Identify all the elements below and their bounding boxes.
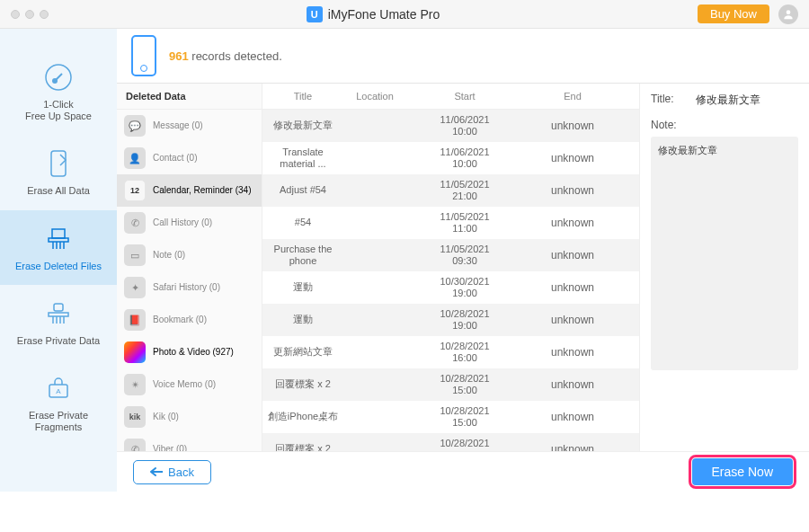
phone-erase-icon bbox=[42, 147, 75, 180]
sidebar-item-label: Erase All Data bbox=[27, 185, 90, 197]
cell-title: 回覆標案 x 2 bbox=[262, 439, 343, 451]
dt-photo-video[interactable]: Photo & Video (927) bbox=[117, 336, 262, 368]
bookmark-icon: 📕 bbox=[124, 309, 146, 331]
cell-start: 10/28/202115:00 bbox=[406, 373, 523, 396]
kik-icon: kik bbox=[124, 406, 146, 428]
erase-now-button[interactable]: Erase Now bbox=[692, 458, 793, 485]
sidebar-item-erase-private[interactable]: Erase Private Data bbox=[0, 285, 117, 359]
app-fragments-icon: A bbox=[42, 372, 75, 404]
col-title[interactable]: Title bbox=[262, 91, 343, 102]
table-row[interactable]: #5411/05/202111:00unknown bbox=[262, 207, 639, 239]
col-location[interactable]: Location bbox=[343, 91, 406, 102]
detail-panel: Title: 修改最新文章 Note: 修改最新文章 bbox=[640, 84, 809, 451]
detail-title-value: 修改最新文章 bbox=[696, 93, 760, 108]
cell-title: 更新網站文章 bbox=[262, 342, 343, 361]
cell-end: unknown bbox=[523, 120, 622, 132]
svg-text:A: A bbox=[56, 387, 61, 395]
sidebar: 1-Click Free Up Space Erase All Data Era… bbox=[0, 29, 117, 492]
cell-start: 10/28/202115:00 bbox=[406, 438, 523, 451]
cell-title: #54 bbox=[262, 213, 343, 232]
table-row[interactable]: 回覆標案 x 210/28/202115:00unknown bbox=[262, 433, 639, 451]
cell-end: unknown bbox=[523, 346, 622, 359]
window-controls bbox=[0, 10, 49, 19]
cell-start: 11/05/202109:30 bbox=[406, 244, 523, 267]
table-row[interactable]: Translate material ...11/06/202110:00unk… bbox=[262, 142, 639, 174]
detail-note-box: 修改最新文章 bbox=[651, 137, 798, 370]
cell-start: 10/28/202119:00 bbox=[406, 308, 523, 332]
maximize-dot[interactable] bbox=[40, 10, 49, 19]
cell-title: Adjust #54 bbox=[262, 181, 343, 200]
records-bar: 961 records detected. bbox=[117, 29, 809, 83]
sidebar-item-label: Erase Private Fragments bbox=[29, 410, 88, 433]
cell-end: unknown bbox=[523, 249, 622, 262]
close-dot[interactable] bbox=[11, 10, 20, 19]
app-name: iMyFone Umate Pro bbox=[328, 7, 440, 22]
sidebar-item-erase-all[interactable]: Erase All Data bbox=[0, 135, 117, 209]
user-avatar-icon[interactable] bbox=[778, 4, 798, 24]
svg-point-2 bbox=[52, 78, 58, 84]
table-row[interactable]: 創造iPhone桌布10/28/202115:00unknown bbox=[262, 401, 639, 433]
cell-end: unknown bbox=[523, 217, 622, 229]
cell-start: 10/28/202115:00 bbox=[406, 405, 523, 429]
table-row[interactable]: 回覆標案 x 210/28/202115:00unknown bbox=[262, 368, 639, 401]
viber-icon: ✆ bbox=[124, 439, 146, 451]
dt-safari[interactable]: ✦Safari History (0) bbox=[117, 271, 262, 304]
dt-message[interactable]: 💬Message (0) bbox=[117, 110, 262, 142]
dt-viber[interactable]: ✆Viber (0) bbox=[117, 433, 262, 451]
dt-contact[interactable]: 👤Contact (0) bbox=[117, 142, 262, 174]
bottom-bar: Back Erase Now bbox=[117, 451, 809, 492]
table-row[interactable]: 運動10/28/202119:00unknown bbox=[262, 304, 639, 336]
dt-kik[interactable]: kikKik (0) bbox=[117, 401, 262, 433]
dt-calendar[interactable]: Calendar, Reminder (34) bbox=[117, 174, 262, 207]
col-end[interactable]: End bbox=[523, 91, 622, 102]
cell-end: unknown bbox=[523, 378, 622, 391]
sidebar-item-erase-fragments[interactable]: A Erase Private Fragments bbox=[0, 359, 117, 446]
cell-title: 創造iPhone桌布 bbox=[262, 407, 343, 426]
contact-icon: 👤 bbox=[124, 147, 146, 169]
detail-title-label: Title: bbox=[651, 93, 687, 108]
detail-note-label: Note: bbox=[651, 119, 798, 131]
shredder-lock-icon bbox=[42, 297, 75, 330]
brush-icon bbox=[42, 61, 75, 93]
app-title: U iMyFone Umate Pro bbox=[49, 6, 698, 22]
minimize-dot[interactable] bbox=[25, 10, 34, 19]
titlebar: U iMyFone Umate Pro Buy Now bbox=[0, 0, 809, 29]
table-row[interactable]: 修改最新文章11/06/202110:00unknown bbox=[262, 110, 639, 142]
table-row[interactable]: 更新網站文章10/28/202116:00unknown bbox=[262, 336, 639, 368]
cell-end: unknown bbox=[523, 411, 622, 423]
table-row[interactable]: 運動10/30/202119:00unknown bbox=[262, 271, 639, 304]
dt-bookmark[interactable]: 📕Bookmark (0) bbox=[117, 304, 262, 336]
cell-title: Purchase the phone bbox=[262, 240, 343, 270]
cell-start: 11/06/202110:00 bbox=[406, 146, 523, 170]
col-start[interactable]: Start bbox=[406, 91, 523, 102]
buy-now-button[interactable]: Buy Now bbox=[698, 4, 769, 23]
back-arrow-icon bbox=[150, 467, 163, 476]
cell-start: 11/05/202111:00 bbox=[406, 211, 523, 235]
datatypes-panel: Deleted Data 💬Message (0) 👤Contact (0) C… bbox=[117, 84, 262, 451]
cell-start: 10/28/202116:00 bbox=[406, 341, 523, 364]
voicememo-icon: ✴ bbox=[124, 374, 146, 395]
svg-rect-5 bbox=[49, 238, 68, 242]
sidebar-item-erase-deleted[interactable]: Erase Deleted Files bbox=[0, 210, 117, 285]
sidebar-item-label: Erase Deleted Files bbox=[15, 261, 102, 272]
cell-title: 運動 bbox=[262, 278, 343, 297]
datatypes-header: Deleted Data bbox=[117, 84, 262, 110]
records-count: 961 bbox=[169, 49, 189, 63]
dt-voicememo[interactable]: ✴Voice Memo (0) bbox=[117, 368, 262, 401]
svg-rect-4 bbox=[52, 229, 65, 238]
main-content: 961 records detected. Deleted Data 💬Mess… bbox=[117, 29, 809, 492]
dt-callhistory[interactable]: ✆Call History (0) bbox=[117, 207, 262, 239]
cell-title: 回覆標案 x 2 bbox=[262, 375, 343, 394]
dt-note[interactable]: ▭Note (0) bbox=[117, 239, 262, 271]
records-detected-text: 961 records detected. bbox=[169, 49, 282, 63]
cell-end: unknown bbox=[523, 281, 622, 294]
cell-start: 10/30/202119:00 bbox=[406, 276, 523, 299]
table-row[interactable]: Purchase the phone11/05/202109:30unknown bbox=[262, 239, 639, 271]
cell-start: 11/05/202121:00 bbox=[406, 179, 523, 202]
table-row[interactable]: Adjust #5411/05/202121:00unknown bbox=[262, 174, 639, 207]
back-button[interactable]: Back bbox=[133, 460, 211, 484]
cell-end: unknown bbox=[523, 152, 622, 164]
table-body[interactable]: 修改最新文章11/06/202110:00unknownTranslate ma… bbox=[262, 110, 639, 451]
table-header: Title Location Start End bbox=[262, 84, 639, 110]
sidebar-item-free-up-space[interactable]: 1-Click Free Up Space bbox=[0, 49, 117, 135]
